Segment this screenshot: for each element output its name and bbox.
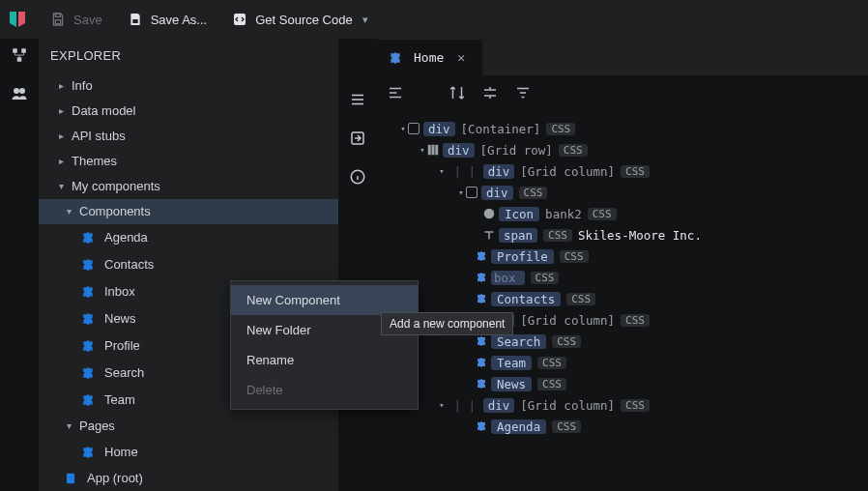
puzzle-icon: [476, 250, 487, 262]
chevron-down-icon: ▾: [361, 14, 370, 26]
section-api-stubs[interactable]: ▸API stubs: [39, 123, 338, 148]
component-item[interactable]: Contacts: [39, 251, 338, 278]
editor-rail: [338, 39, 377, 491]
node-grid-column[interactable]: ▾ | | div [Grid column] CSS: [389, 160, 860, 182]
node-div[interactable]: ▾ div CSS: [389, 182, 860, 203]
puzzle-icon: [476, 378, 487, 390]
puzzle-icon: [476, 272, 487, 283]
grid-icon: [427, 144, 439, 156]
editor-toolbar: [377, 75, 868, 110]
menu-delete[interactable]: Delete: [231, 375, 418, 405]
node-icon[interactable]: Icon bank2 CSS: [389, 203, 860, 224]
node-team[interactable]: Team CSS: [389, 352, 860, 373]
folder-pages[interactable]: ▾Pages: [39, 414, 338, 439]
list-icon[interactable]: [349, 91, 366, 108]
tab-home[interactable]: Home ✕: [377, 39, 482, 75]
svg-rect-0: [55, 14, 60, 16]
chevron-right-icon: ▸: [56, 130, 66, 141]
puzzle-icon: [81, 312, 95, 326]
explorer-title: EXPLORER: [39, 39, 338, 72]
align-icon[interactable]: [481, 84, 499, 101]
sort-icon[interactable]: [448, 84, 466, 101]
svg-rect-14: [435, 145, 438, 156]
puzzle-icon: [81, 366, 95, 380]
puzzle-icon: [81, 231, 95, 245]
puzzle-icon: [81, 258, 95, 272]
tooltip: Add a new component: [381, 312, 513, 335]
puzzle-icon: [389, 51, 402, 65]
node-news[interactable]: News CSS: [389, 373, 860, 394]
node-profile[interactable]: Profile CSS: [389, 246, 860, 267]
puzzle-icon: [81, 339, 95, 353]
section-info[interactable]: ▸Info: [39, 72, 338, 98]
puzzle-icon: [476, 420, 487, 432]
section-my-components[interactable]: ▾My components: [39, 174, 338, 199]
chevron-down-icon: ▾: [56, 181, 66, 191]
save-button[interactable]: Save: [41, 8, 112, 31]
chevron-down-icon: ▾: [64, 420, 73, 431]
puzzle-icon: [81, 446, 95, 459]
node-agenda[interactable]: Agenda CSS: [389, 416, 860, 437]
star-icon: [483, 208, 495, 219]
users-icon[interactable]: [11, 85, 28, 102]
svg-rect-1: [55, 20, 60, 24]
export-icon[interactable]: [349, 130, 366, 147]
get-source-label: Get Source Code: [255, 13, 352, 27]
item-app-root[interactable]: App (root): [39, 466, 338, 491]
filter-icon[interactable]: [514, 84, 532, 101]
save-label: Save: [73, 13, 102, 27]
chevron-down-icon: ▾: [64, 206, 73, 217]
puzzle-icon: [81, 285, 95, 299]
svg-point-15: [484, 209, 495, 219]
node-container[interactable]: ▾ div [Container] CSS: [389, 118, 860, 139]
close-icon[interactable]: ✕: [457, 50, 471, 65]
indent-icon[interactable]: [387, 84, 404, 101]
menu-rename[interactable]: Rename: [231, 345, 418, 375]
save-as-label: Save As...: [151, 13, 208, 27]
folder-components[interactable]: ▾Components: [39, 199, 338, 224]
puzzle-icon: [476, 357, 487, 368]
editor-area: Home ✕ ▾ div [Container] CSS ▾: [377, 39, 868, 491]
svg-rect-12: [428, 145, 431, 156]
node-grid-column[interactable]: ▾ | | div [Grid column] CSS: [389, 394, 860, 416]
puzzle-icon: [476, 335, 487, 347]
checkbox-icon: [466, 187, 477, 198]
save-icon: [50, 12, 66, 27]
chevron-right-icon: ▸: [56, 156, 66, 166]
svg-rect-2: [132, 19, 137, 23]
top-toolbar: Save Save As... Get Source Code ▾: [0, 0, 868, 39]
left-rail: [0, 39, 39, 491]
svg-rect-13: [432, 145, 435, 156]
node-span[interactable]: span CSS Skiles-Moore Inc.: [389, 224, 860, 246]
tab-label: Home: [414, 50, 444, 65]
app-logo: [8, 10, 27, 29]
svg-point-8: [19, 88, 25, 94]
chevron-right-icon: ▸: [56, 80, 66, 91]
get-source-button[interactable]: Get Source Code ▾: [222, 8, 379, 31]
component-tree: ▾ div [Container] CSS ▾ div [Grid row] C…: [377, 110, 868, 445]
node-grid-row[interactable]: ▾ div [Grid row] CSS: [389, 139, 860, 160]
svg-point-7: [14, 88, 19, 94]
component-item[interactable]: Agenda: [39, 224, 338, 251]
section-themes[interactable]: ▸Themes: [39, 148, 338, 173]
page-icon: [64, 472, 77, 485]
code-icon: [232, 12, 247, 27]
hierarchy-icon[interactable]: [11, 46, 28, 64]
chevron-right-icon: ▸: [56, 105, 66, 116]
explorer-panel: EXPLORER ▸Info ▸Data model ▸API stubs ▸T…: [39, 39, 338, 491]
node-inbox[interactable]: box CSS: [389, 267, 860, 288]
save-as-icon: [128, 12, 143, 27]
svg-rect-4: [13, 48, 17, 53]
svg-rect-5: [21, 48, 26, 53]
svg-rect-9: [67, 474, 74, 484]
node-contacts[interactable]: Contacts CSS: [389, 288, 860, 309]
menu-new-component[interactable]: New Component: [231, 285, 418, 315]
section-data-model[interactable]: ▸Data model: [39, 98, 338, 123]
page-item[interactable]: Home: [39, 439, 338, 466]
tab-bar: Home ✕: [377, 39, 868, 75]
checkbox-icon: [408, 123, 420, 134]
save-as-button[interactable]: Save As...: [118, 8, 217, 31]
info-icon[interactable]: [349, 168, 366, 186]
context-menu: New Component New Folder Rename Delete: [230, 280, 419, 410]
svg-rect-6: [17, 57, 22, 62]
